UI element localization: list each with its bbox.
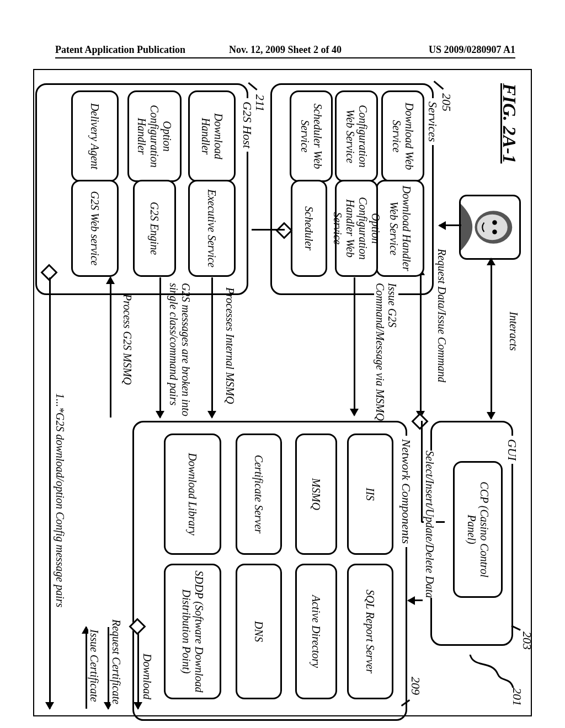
ref-201: 201: [510, 688, 524, 706]
services-legend: Services: [425, 98, 440, 145]
figure-frame: FIG. 2A-1 Interacts: [33, 69, 532, 716]
gui-group: GUI CCP (Casino Control Panel): [430, 421, 513, 646]
active-directory: Active Directory: [295, 564, 337, 699]
certificate-server: Certificate Server: [236, 433, 282, 555]
label-g2s-pairs: 1...*G2S download/option Config message …: [54, 393, 66, 607]
download-handler: Download Handler: [188, 90, 236, 182]
page: Patent Application Publication Nov. 12, …: [0, 0, 565, 728]
delivery-agent: Delivery Agent: [71, 90, 119, 182]
arrow-issue-g2s: [354, 277, 355, 415]
scheduler-web-service: Scheduler Web Service: [290, 90, 333, 182]
ref-203: 203: [520, 631, 534, 650]
svg-point-3: [492, 229, 497, 234]
arrow-interacts: [491, 259, 492, 419]
arrow-g2s-pairs: [49, 277, 51, 709]
download-handler-web-service: Download Handler Web Service: [376, 180, 424, 277]
sddp: SDDP (Software Download Distribution Poi…: [164, 564, 221, 699]
label-issue-cert: Issue Certificate: [88, 629, 100, 702]
g2s-host-group: G2S Host Download Handler Executive Serv…: [35, 83, 248, 295]
scheduler: Scheduler: [291, 180, 327, 277]
option-configuration-handler: Option Configuration Handler: [127, 90, 182, 182]
label-download: Download: [141, 654, 153, 699]
header-right: US 2009/0280907 A1: [429, 44, 515, 56]
ref-211: 211: [253, 94, 267, 111]
download-library: Download Library: [164, 433, 221, 555]
svg-point-2: [492, 220, 497, 224]
figure-title: FIG. 2A-1: [499, 83, 520, 163]
lead-201: [465, 655, 514, 693]
g2s-engine: G2S Engine: [133, 180, 176, 277]
label-request-cert: Request Certificate: [110, 619, 122, 704]
svg-point-1: [477, 215, 508, 240]
services-to-host-v: [252, 229, 285, 231]
label-select-insert: Select/Insert/Update/Delete Data: [424, 451, 436, 598]
configuration-web-service: Configuration Web Service: [335, 90, 378, 182]
services-group: Services Download Web Service Download H…: [270, 83, 434, 295]
lead-211: [248, 82, 257, 90]
label-proc-internal-msmq: Processes Internal MSMQ: [224, 287, 236, 404]
user-icon: [459, 195, 521, 260]
gui-drop-h: [421, 421, 423, 522]
arrow-process-g2s-msmq: [110, 277, 111, 417]
network-group: Network Components IIS SQL Report Server…: [132, 421, 407, 721]
label-issue-g2s: Issue G2S Command/Message via MSMQ: [374, 283, 398, 421]
header-left: Patent Application Publication: [55, 44, 185, 56]
arrow-user-to-services-1: [439, 224, 461, 226]
network-legend: Network Components: [399, 436, 413, 547]
ref-205: 205: [439, 93, 454, 111]
diamond-services-gui: [411, 413, 428, 430]
download-web-service: Download Web Service: [381, 90, 424, 182]
label-g2s-broken: G2S messages are broken into single clas…: [168, 283, 192, 416]
lead-205: [434, 81, 444, 89]
header-rule: [55, 57, 515, 58]
iis: IIS: [347, 433, 393, 555]
label-request-data: Request Data/Issue Command: [436, 249, 448, 382]
gui-legend: GUI: [505, 436, 519, 464]
ccp-panel: CCP (Casino Control Panel): [453, 461, 503, 598]
executive-service: Executive Service: [188, 180, 236, 277]
arrow-download: [137, 627, 139, 709]
label-interacts: Interacts: [508, 312, 520, 351]
sql-report-server: SQL Report Server: [347, 564, 393, 699]
arrow-g2s-broken: [159, 277, 161, 417]
label-process-g2s-msmq: Process G2S MSMQ: [121, 294, 134, 385]
header-mid: Nov. 12, 2009 Sheet 2 of 40: [229, 44, 342, 56]
arrow-select-insert: [408, 599, 423, 601]
arrow-request-cert: [108, 627, 109, 709]
arrow-proc-internal-msmq: [211, 277, 213, 417]
g2s-web-service: G2S Web service: [71, 180, 119, 277]
option-config-handler-web-service: Option Configuration Handler Web Service: [335, 180, 378, 277]
ref-209: 209: [408, 677, 423, 695]
figure-2a-1: FIG. 2A-1 Interacts: [34, 70, 531, 715]
arrow-issue-cert: [86, 627, 87, 709]
dns: DNS: [236, 564, 282, 699]
msmq: MSMQ: [295, 433, 337, 555]
